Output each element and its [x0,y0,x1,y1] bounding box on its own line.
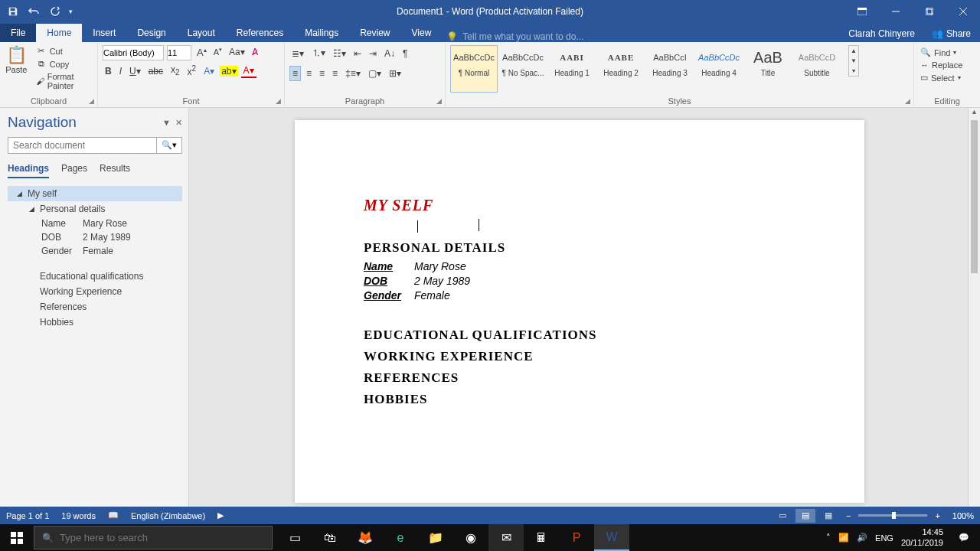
spellcheck-icon[interactable]: 📖 [108,510,119,520]
tray-clock[interactable]: 14:45 20/11/2019 [901,527,943,547]
doc-row-gender[interactable]: GenderFemale [364,289,795,302]
dec-indent-button[interactable]: ⇤ [351,47,364,60]
style-heading-3[interactable]: AaBbCcIHeading 3 [646,45,694,93]
word-icon[interactable]: W [594,524,629,551]
copy-button[interactable]: ⧉Copy [34,58,93,70]
style-heading-4[interactable]: AaBbCcDcHeading 4 [695,45,743,93]
zoom-slider[interactable] [858,514,927,517]
nav-item-personal-details[interactable]: ◢Personal details [8,201,182,217]
undo-icon[interactable] [28,6,40,17]
clear-format-button[interactable]: A̷ [250,45,260,60]
tab-home[interactable]: Home [36,24,82,42]
save-icon[interactable] [8,6,18,17]
nav-dropdown-icon[interactable]: ▼ [162,118,171,128]
tray-up-icon[interactable]: ˄ [826,533,831,543]
tab-file[interactable]: File [0,24,36,42]
cut-button[interactable]: ✂Cut [34,45,93,57]
style--normal[interactable]: AaBbCcDc¶ Normal [450,45,498,93]
doc-h3-hobbies[interactable]: HOBBIES [364,392,795,407]
change-case-button[interactable]: Aa▾ [227,45,247,60]
chrome-icon[interactable]: ◉ [453,524,488,551]
styles-down-icon[interactable]: ▼ [849,56,858,66]
taskbar-search-input[interactable] [60,532,264,543]
status-language[interactable]: English (Zimbabwe) [131,511,205,520]
line-spacing-button[interactable]: ‡≡▾ [343,67,363,80]
scroll-up-icon[interactable]: ▲ [969,108,980,120]
nav-search-input[interactable] [8,137,157,154]
nav-search-button[interactable]: 🔍▾ [157,137,182,154]
tray-network-icon[interactable]: 📶 [838,533,849,543]
redo-icon[interactable] [49,6,60,17]
nav-close-icon[interactable]: ✕ [175,118,182,128]
share-button[interactable]: 👥 Share [926,25,977,42]
zoom-in-button[interactable]: + [930,511,944,520]
calculator-icon[interactable]: 🖩 [524,524,559,551]
tab-view[interactable]: View [401,24,443,42]
paragraph-dialog-launcher[interactable]: ◢ [436,97,442,105]
multilevel-button[interactable]: ☷▾ [331,47,348,60]
style-title[interactable]: AaBTitle [744,45,792,93]
styles-more[interactable]: ▲ ▼ ▾ [848,45,859,77]
select-button[interactable]: ▭Select▾ [919,72,975,83]
user-name[interactable]: Clarah Chinyere [848,28,915,39]
bold-button[interactable]: B [103,65,114,77]
status-words[interactable]: 19 words [61,511,96,520]
font-name-select[interactable] [103,45,164,60]
shading-button[interactable]: ▢▾ [366,67,384,80]
maximize-icon[interactable] [913,0,946,23]
font-color-button[interactable]: A▾ [241,64,256,78]
doc-h3-references[interactable]: REFERENCES [364,370,795,386]
style-subtitle[interactable]: AaBbCcDSubtitle [793,45,841,93]
status-page[interactable]: Page 1 of 1 [6,511,49,520]
superscript-button[interactable]: x2 [185,64,199,78]
styles-expand-icon[interactable]: ▾ [849,66,858,76]
read-mode-button[interactable]: ▭ [773,509,792,523]
show-marks-button[interactable]: ¶ [400,47,410,60]
sort-button[interactable]: A↓ [382,47,397,60]
nav-item-working[interactable]: Working Experience [8,284,182,299]
tab-mailings[interactable]: Mailings [294,24,349,42]
taskbar-search[interactable]: 🔍 [34,526,273,549]
style-heading-1[interactable]: AABIHeading 1 [548,45,596,93]
numbering-button[interactable]: ⒈▾ [309,45,328,61]
style-heading-2[interactable]: AABEHeading 2 [597,45,645,93]
web-layout-button[interactable]: ▦ [818,509,838,523]
text-effects-button[interactable]: A▾ [201,65,217,77]
nav-item-education[interactable]: Educational qualifications [8,269,182,284]
tell-me-input[interactable] [462,31,616,42]
nav-tab-headings[interactable]: Headings [8,163,49,178]
tab-review[interactable]: Review [349,24,400,42]
explorer-icon[interactable]: 📁 [418,524,453,551]
tray-volume-icon[interactable]: 🔊 [857,533,867,543]
close-icon[interactable] [946,0,980,23]
subscript-button[interactable]: x2 [168,64,182,77]
replace-button[interactable]: ↔Replace [919,60,975,70]
nav-detail-name[interactable]: NameMary Rose [8,217,182,230]
tab-references[interactable]: References [226,24,294,42]
grow-font-button[interactable]: A▴ [194,45,209,60]
page[interactable]: MY SELF PERSONAL DETAILS NameMary Rose D… [295,120,864,503]
find-button[interactable]: 🔍Find▾ [919,47,975,58]
nav-tab-pages[interactable]: Pages [61,163,87,178]
zoom-level[interactable]: 100% [952,511,974,520]
macro-icon[interactable]: ▶ [217,510,224,520]
clipboard-dialog-launcher[interactable]: ◢ [89,97,94,105]
qat-customize-icon[interactable]: ▾ [69,8,73,15]
powerpoint-icon[interactable]: P [559,524,594,551]
align-right-button[interactable]: ≡ [317,67,327,80]
doc-row-name[interactable]: NameMary Rose [364,260,795,272]
print-layout-button[interactable]: ▤ [795,509,815,523]
store-icon[interactable]: 🛍 [312,524,348,551]
taskview-icon[interactable]: ▭ [277,524,312,551]
doc-h3-education[interactable]: EDUCATIONAL QUALIFICATIONS [364,328,795,343]
format-painter-button[interactable]: 🖌Format Painter [34,71,93,91]
doc-h3-working[interactable]: WORKING EXPERIENCE [364,349,795,364]
borders-button[interactable]: ⊞▾ [387,67,403,80]
justify-button[interactable]: ≡ [330,67,340,80]
styles-up-icon[interactable]: ▲ [849,46,858,56]
start-button[interactable] [0,524,34,551]
document-area[interactable]: MY SELF PERSONAL DETAILS NameMary Rose D… [189,108,980,507]
nav-detail-dob[interactable]: DOB2 May 1989 [8,230,182,244]
bullets-button[interactable]: ≣▾ [289,47,306,60]
doc-h1-myself[interactable]: MY SELF [364,197,795,214]
